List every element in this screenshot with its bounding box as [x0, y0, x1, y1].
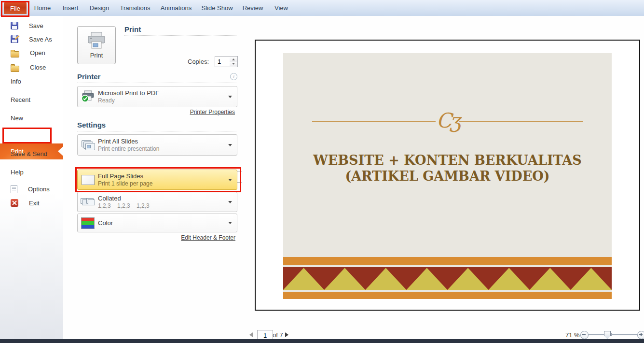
- print-range-subtitle: Print entire presentation: [98, 145, 228, 152]
- divider: [77, 131, 236, 131]
- printer-name: Microsoft Print to PDF: [98, 89, 228, 97]
- settings-section-title: Settings: [77, 121, 106, 129]
- slide-title-line2: (ARTIKEL GAMBAR VIDEO): [283, 168, 612, 184]
- copies-label: Copies:: [188, 58, 209, 65]
- print-button[interactable]: Print: [77, 26, 116, 64]
- printer-status-icon: [81, 90, 95, 103]
- decor-band-triangles: [283, 267, 612, 290]
- chevron-down-icon: [228, 96, 232, 98]
- divider: [124, 35, 236, 36]
- printer-dropdown[interactable]: Microsoft Print to PDF Ready: [77, 86, 237, 107]
- copies-decrement-button[interactable]: [230, 62, 237, 67]
- collated-icon: [81, 197, 95, 207]
- print-range-dropdown[interactable]: Print All Slides Print entire presentati…: [77, 134, 237, 156]
- tab-slide-show[interactable]: Slide Show: [197, 0, 236, 16]
- previous-page-button[interactable]: [249, 332, 253, 337]
- color-mode-dropdown[interactable]: Color: [77, 214, 237, 232]
- zoom-out-button[interactable]: [580, 331, 589, 339]
- up-arrow-icon: [232, 58, 235, 60]
- status-bar-strip: [0, 339, 644, 343]
- color-mode-title: Color: [98, 219, 228, 227]
- tab-design[interactable]: Design: [86, 0, 113, 16]
- print-section-title: Print: [124, 25, 141, 33]
- copies-spinner[interactable]: [215, 56, 238, 67]
- color-swatch-icon: [81, 217, 95, 229]
- collation-title: Collated: [98, 195, 228, 202]
- print-button-label: Print: [90, 52, 103, 59]
- sidebar-item-close[interactable]: Close: [0, 61, 63, 73]
- tab-animations[interactable]: Animations: [157, 0, 195, 16]
- zoom-slider-track[interactable]: [588, 334, 637, 335]
- next-page-button[interactable]: [285, 332, 288, 337]
- divider: [77, 83, 236, 83]
- zoom-in-button[interactable]: [637, 331, 644, 339]
- sidebar-item-save-and-send[interactable]: Save & Send: [0, 147, 63, 160]
- sidebar-item-info[interactable]: Info: [0, 75, 63, 87]
- ornament-divider: Cʒ: [312, 110, 583, 133]
- page-total-label: of 7: [273, 331, 283, 339]
- ornament-line-left: [312, 121, 436, 122]
- ornament-line-right: [459, 121, 583, 122]
- tab-insert[interactable]: Insert: [59, 0, 82, 16]
- sidebar-item-help[interactable]: Help: [0, 166, 63, 178]
- printer-info-icon[interactable]: [230, 73, 237, 80]
- slide-thumbnail: Cʒ WEBSITE + KONTEN BERKUALITAS (ARTIKEL…: [283, 53, 612, 299]
- edit-header-footer-link[interactable]: Edit Header & Footer: [181, 234, 235, 241]
- sidebar-item-save[interactable]: Save: [0, 19, 63, 32]
- open-folder-icon: [11, 51, 19, 57]
- chevron-down-icon: [228, 201, 232, 203]
- collation-dropdown[interactable]: Collated 1,2,3 1,2,3 1,2,3: [77, 192, 237, 212]
- printer-icon: [86, 31, 107, 50]
- collation-subtitle: 1,2,3 1,2,3 1,2,3: [98, 202, 228, 209]
- ribbon-tab-bar: File Home Insert Design Transitions Anim…: [0, 0, 644, 16]
- printer-status: Ready: [98, 97, 228, 104]
- close-folder-icon: [11, 66, 19, 72]
- copies-input[interactable]: [215, 57, 231, 67]
- print-range-title: Print All Slides: [98, 138, 228, 145]
- zoom-slider-tick: [611, 333, 612, 336]
- decor-band-orange-top: [283, 257, 612, 265]
- decor-band-orange-bottom: [283, 292, 612, 299]
- tab-review[interactable]: Review: [239, 0, 267, 16]
- slides-stack-icon: [82, 140, 94, 150]
- layout-dropdown-annotation: [75, 167, 241, 192]
- copies-increment-button[interactable]: [230, 57, 237, 62]
- printer-section-title: Printer: [77, 72, 100, 81]
- sidebar-item-save-as[interactable]: Save As: [0, 33, 63, 45]
- options-icon: [11, 185, 17, 193]
- preview-page: Cʒ WEBSITE + KONTEN BERKUALITAS (ARTIKEL…: [255, 40, 640, 311]
- printer-properties-link[interactable]: Printer Properties: [190, 109, 235, 115]
- slide-title: WEBSITE + KONTEN BERKUALITAS (ARTIKEL GA…: [283, 152, 612, 184]
- tab-view[interactable]: View: [271, 0, 292, 16]
- tab-home[interactable]: Home: [30, 0, 55, 16]
- sidebar-item-new[interactable]: New: [0, 112, 63, 124]
- file-tab-annotation: [1, 1, 29, 17]
- down-arrow-icon: [232, 63, 235, 65]
- zoom-percentage-label: 71 %: [565, 331, 580, 339]
- print-nav-annotation: [2, 128, 52, 143]
- sidebar-item-exit[interactable]: Exit: [0, 197, 63, 209]
- ornament-glyph: Cʒ: [436, 111, 460, 130]
- sidebar-item-open[interactable]: Open: [0, 46, 63, 59]
- slide-title-line1: WEBSITE + KONTEN BERKUALITAS: [283, 152, 612, 168]
- backstage-sidebar: Save Save As Open Close Info Recent New …: [0, 16, 64, 340]
- exit-icon: [11, 199, 18, 207]
- chevron-down-icon: [228, 222, 232, 224]
- print-preview-pane: Cʒ WEBSITE + KONTEN BERKUALITAS (ARTIKEL…: [242, 16, 644, 340]
- tab-transitions[interactable]: Transitions: [116, 0, 154, 16]
- save-icon: [11, 22, 18, 29]
- sidebar-item-options[interactable]: Options: [0, 183, 63, 195]
- sidebar-item-recent[interactable]: Recent: [0, 93, 63, 106]
- chevron-down-icon: [228, 144, 232, 146]
